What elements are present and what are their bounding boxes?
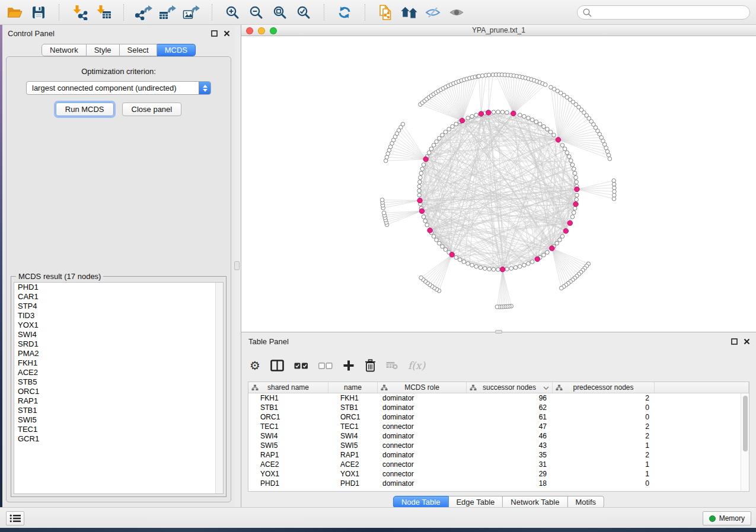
mcds-result-item[interactable]: STP4 [14, 302, 223, 311]
mcds-result-item[interactable]: GCR1 [14, 434, 223, 444]
save-session-button[interactable] [30, 4, 47, 21]
mcds-result-item[interactable]: SWI4 [14, 330, 223, 339]
mcds-result-item[interactable]: ORC1 [14, 387, 223, 396]
table-row[interactable]: ACE2ACE2connector311 [248, 460, 741, 469]
panel-divider-handle[interactable] [234, 261, 240, 270]
memory-button[interactable]: Memory [703, 511, 751, 525]
table-settings-button[interactable]: ⚙ [250, 360, 260, 371]
close-panel-icon[interactable] [744, 338, 750, 345]
mcds-result-list[interactable]: PHD1CAR1STP4TID3YOX1SWI4SRD1PMA2FKH1ACE2… [14, 282, 224, 494]
zoom-selected-button[interactable] [295, 4, 312, 21]
table-row[interactable]: SWI4SWI4dominator462 [248, 431, 741, 441]
hub-node[interactable] [428, 228, 432, 233]
table-row[interactable]: PHD1PHD1dominator180 [248, 479, 741, 488]
eye-button[interactable] [448, 4, 465, 21]
export-image-button[interactable] [183, 4, 200, 21]
zoom-out-button[interactable] [247, 4, 265, 21]
column-header-predecessor-nodes[interactable]: predecessor nodes [553, 382, 655, 393]
float-panel-icon[interactable] [731, 338, 738, 345]
unselect-all-columns-button[interactable] [318, 363, 333, 369]
mcds-result-item[interactable]: YOX1 [14, 321, 223, 330]
open-session-button[interactable] [6, 4, 24, 21]
hub-node[interactable] [460, 118, 464, 123]
show-columns-button[interactable] [270, 360, 284, 371]
hub-node[interactable] [479, 111, 483, 116]
import-network-button[interactable] [71, 4, 88, 21]
mcds-result-item[interactable]: PMA2 [14, 349, 223, 358]
eye-slash-button[interactable] [424, 4, 442, 21]
table-row[interactable]: SWI5SWI5connector431 [248, 441, 741, 450]
tab-edge-table[interactable]: Edge Table [448, 496, 503, 508]
mcds-list-scrollbar[interactable] [215, 283, 223, 493]
zoom-fit-button[interactable] [271, 4, 289, 21]
task-history-button[interactable] [6, 511, 24, 525]
tab-network-table[interactable]: Network Table [503, 496, 567, 508]
column-header-shared-name[interactable]: shared name [248, 382, 328, 393]
refresh-button[interactable] [336, 4, 353, 21]
network-canvas[interactable] [241, 36, 756, 332]
mcds-result-item[interactable]: FKH1 [14, 358, 223, 368]
hub-node[interactable] [563, 229, 568, 233]
mcds-result-item[interactable]: STB5 [14, 377, 223, 387]
table-scrollbar-thumb[interactable] [743, 396, 748, 451]
mcds-result-item[interactable]: SWI5 [14, 415, 223, 425]
tab-select[interactable]: Select [120, 44, 157, 56]
mcds-result-item[interactable]: STB1 [14, 406, 223, 415]
run-mcds-button[interactable]: Run MCDS [56, 102, 114, 116]
hub-node[interactable] [486, 110, 491, 115]
tab-style[interactable]: Style [87, 44, 120, 56]
import-table-button[interactable] [94, 4, 112, 21]
table-scrollbar[interactable] [741, 393, 749, 491]
hub-node[interactable] [417, 198, 422, 203]
mcds-result-item[interactable]: CAR1 [14, 292, 223, 302]
tab-mcds[interactable]: MCDS [157, 44, 196, 56]
search-input[interactable] [594, 8, 745, 17]
float-panel-icon[interactable] [211, 30, 218, 37]
delete-column-button[interactable] [365, 359, 376, 372]
tab-motifs[interactable]: Motifs [567, 496, 604, 508]
table-row[interactable]: YOX1YOX1connector291 [248, 469, 741, 479]
table-cell: 0 [553, 403, 655, 412]
mcds-result-item[interactable]: PHD1 [14, 283, 223, 292]
table-row[interactable]: STB1STB1dominator620 [248, 403, 741, 412]
tab-network[interactable]: Network [42, 44, 87, 56]
export-network-button[interactable] [135, 4, 153, 21]
horizontal-splitter-handle[interactable] [495, 330, 502, 334]
select-all-columns-button[interactable] [294, 363, 308, 369]
hub-node[interactable] [419, 209, 424, 213]
hub-node[interactable] [550, 246, 554, 251]
table-cell: SWI4 [328, 431, 378, 441]
double-house-button[interactable] [400, 4, 418, 21]
hub-node[interactable] [449, 252, 454, 257]
mcds-result-item[interactable]: TEC1 [14, 425, 223, 434]
tab-node-table[interactable]: Node Table [393, 496, 449, 508]
hub-node[interactable] [567, 220, 572, 225]
mcds-result-item[interactable]: RAP1 [14, 396, 223, 406]
table-row[interactable]: FKH1FKH1dominator962 [248, 393, 741, 403]
hub-node[interactable] [535, 257, 540, 261]
hub-node[interactable] [556, 137, 560, 142]
column-header-name[interactable]: name [328, 382, 378, 393]
table-row[interactable]: ORC1ORC1dominator610 [248, 412, 741, 422]
hub-node[interactable] [575, 187, 579, 191]
close-panel-button[interactable]: Close panel [122, 102, 182, 116]
network-window-titlebar[interactable]: YPA_prune.txt_1 [241, 25, 756, 36]
search-box[interactable] [577, 5, 750, 20]
zoom-in-button[interactable] [224, 4, 241, 21]
close-panel-icon[interactable] [224, 30, 230, 37]
table-row[interactable]: TEC1TEC1connector472 [248, 422, 741, 431]
create-column-button[interactable] [343, 360, 355, 371]
column-header-MCDS-role[interactable]: MCDS role [378, 382, 467, 393]
mcds-result-item[interactable]: SRD1 [14, 339, 223, 349]
mcds-result-item[interactable]: ACE2 [14, 368, 223, 377]
hub-node[interactable] [500, 267, 505, 272]
export-table-button[interactable] [159, 4, 177, 21]
column-header-successor-nodes[interactable]: successor nodes [467, 382, 553, 393]
clone-network-button[interactable] [377, 4, 394, 21]
criterion-select[interactable]: largest connected component (undirected) [26, 81, 211, 95]
hub-node[interactable] [511, 111, 516, 116]
hub-node[interactable] [423, 157, 428, 162]
mcds-result-item[interactable]: TID3 [14, 311, 223, 321]
table-row[interactable]: RAP1RAP1dominator352 [248, 450, 741, 460]
hub-node[interactable] [573, 201, 578, 206]
